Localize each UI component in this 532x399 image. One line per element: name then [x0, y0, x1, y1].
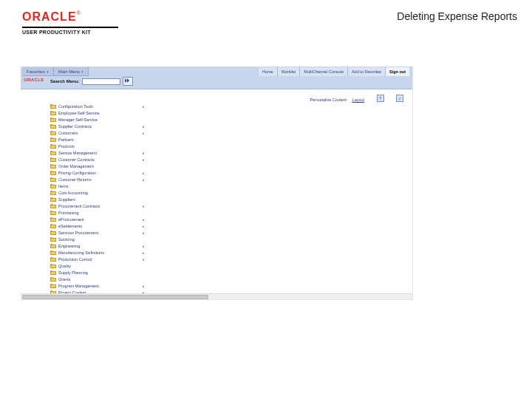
nav-tab-main-menu[interactable]: Main Menu▾ [54, 67, 89, 76]
scrollbar-thumb[interactable] [22, 295, 208, 299]
app-oracle-brand: ORACLE [24, 78, 44, 82]
folder-icon [50, 244, 56, 248]
nav-tab-favorites[interactable]: Favorites▾ [22, 67, 54, 76]
menu-item-label: Pricing Configuration [58, 171, 96, 175]
folder-icon [50, 151, 56, 155]
expand-icon: ▸ [143, 171, 145, 175]
folder-icon [50, 117, 56, 122]
menu-item[interactable]: Program Management▸ [50, 282, 146, 289]
expand-icon: ▸ [143, 151, 145, 155]
search-go-button[interactable] [123, 77, 133, 86]
menu-item[interactable]: Procurement Contracts▸ [50, 202, 146, 209]
menu-item[interactable]: Engineering▸ [50, 242, 146, 249]
menu-item[interactable]: eSettlements▸ [50, 222, 146, 229]
folder-icon [50, 191, 56, 195]
global-links: HomeWorklistMultiChannel ConsoleAdd to F… [259, 67, 409, 76]
menu-item[interactable]: Cost Accounting [50, 189, 146, 196]
global-link-worklist[interactable]: Worklist [277, 67, 299, 76]
menu-item[interactable]: Configuration Tools▸ [50, 103, 146, 109]
menu-item-label: eProcurement [58, 217, 84, 222]
folder-icon [50, 111, 56, 115]
page-title: Deleting Expense Reports [397, 10, 517, 22]
folder-icon [50, 171, 56, 175]
folder-icon [50, 211, 56, 215]
menu-item[interactable]: Quality [50, 262, 146, 269]
menu-item-label: Grants [58, 277, 71, 282]
global-link-fav[interactable]: Add to Favorites [347, 67, 385, 76]
menu-item[interactable]: Supply Planning [50, 269, 146, 276]
menu-item[interactable]: Items [50, 183, 146, 189]
menu-item-label: Configuration Tools [58, 104, 93, 109]
menu-item-label: Employee Self-Service [58, 111, 100, 115]
menu-item-label: eSettlements [58, 224, 82, 228]
logo-rule [22, 27, 118, 28]
menu-item[interactable]: Customer Returns▸ [50, 176, 146, 183]
logo-text: ORACLE [22, 10, 77, 23]
menu-item-label: Service Management [58, 151, 97, 155]
personalize-layout-link[interactable]: Layout [352, 98, 365, 102]
search-input[interactable] [82, 78, 120, 85]
logo-subtitle: USER PRODUCTIVITY KIT [22, 30, 118, 35]
folder-icon [50, 144, 56, 149]
menu-item-label: Manager Self-Service [58, 117, 98, 122]
folder-icon [50, 237, 56, 242]
folder-icon [50, 124, 56, 129]
menu-item[interactable]: Supplier Contracts▸ [50, 123, 146, 129]
expand-icon: ▸ [143, 204, 145, 208]
menu-item-label: Production Control [58, 257, 92, 262]
global-link-signout[interactable]: Sign out [385, 67, 409, 76]
search-row: Search Menu: [50, 77, 133, 86]
menu-item-label: Products [58, 144, 75, 149]
menu-item-label: Order Management [58, 164, 94, 168]
main-menu-tree: Configuration Tools▸Employee Self-Servic… [50, 103, 146, 296]
expand-icon: ▸ [143, 104, 145, 109]
menu-item[interactable]: Products [50, 143, 146, 149]
menu-item[interactable]: Order Management [50, 163, 146, 169]
menu-item-label: Supply Planning [58, 270, 88, 275]
chevron-down-icon: ▾ [47, 69, 49, 74]
folder-icon [50, 257, 56, 262]
menu-item[interactable]: Customer Contracts▸ [50, 156, 146, 163]
global-link-mcc[interactable]: MultiChannel Console [299, 67, 347, 76]
folder-icon [50, 217, 56, 222]
folder-icon [50, 277, 56, 282]
menu-item[interactable]: Production Control▸ [50, 256, 146, 262]
menu-item[interactable]: eProcurement▸ [50, 216, 146, 222]
expand-icon: ▸ [143, 177, 145, 182]
expand-icon: ▸ [143, 131, 145, 135]
menu-item[interactable]: Grants [50, 276, 146, 282]
global-link-home[interactable]: Home [259, 67, 277, 76]
personalize-row: Personalize Content Layout ? ⤢ [21, 91, 412, 100]
menu-item-label: Procurement Contracts [58, 204, 100, 208]
expand-icon: ▸ [143, 257, 145, 262]
chevron-down-icon: ▾ [81, 69, 83, 74]
menu-item-label: Items [58, 184, 68, 188]
menu-item[interactable]: Suppliers [50, 196, 146, 202]
menu-item-label: Services Procurement [58, 231, 98, 235]
menu-item[interactable]: Services Procurement▸ [50, 229, 146, 236]
app-top-bar: Favorites▾Main Menu▾ HomeWorklistMultiCh… [21, 66, 412, 89]
search-label: Search Menu: [50, 79, 79, 83]
menu-item[interactable]: Customers▸ [50, 129, 146, 136]
menu-item[interactable]: Employee Self-Service [50, 109, 146, 116]
personalize-help-button[interactable]: ? [377, 95, 384, 102]
horizontal-scrollbar[interactable] [21, 293, 412, 299]
menu-item[interactable]: Pricing Configuration▸ [50, 169, 146, 176]
expand-icon: ▸ [143, 284, 145, 288]
page-header: ORACLE® USER PRODUCTIVITY KIT Deleting E… [22, 10, 525, 43]
menu-item[interactable]: Sourcing [50, 236, 146, 242]
expand-icon: ▸ [143, 250, 145, 255]
menu-item[interactable]: Partners [50, 136, 146, 143]
menu-item-label: Partners [58, 137, 74, 142]
menu-item-label: Sourcing [58, 237, 75, 242]
nav-tabstrip: Favorites▾Main Menu▾ [22, 67, 89, 76]
menu-item[interactable]: Purchasing [50, 209, 146, 216]
menu-item-label: Manufacturing Definitions [58, 250, 104, 255]
menu-item[interactable]: Service Management▸ [50, 149, 146, 156]
menu-item[interactable]: Manufacturing Definitions▸ [50, 249, 146, 256]
menu-item[interactable]: Manager Self-Service [50, 116, 146, 123]
folder-icon [50, 184, 56, 188]
personalize-http-button[interactable]: ⤢ [396, 95, 403, 102]
oracle-upk-logo: ORACLE® USER PRODUCTIVITY KIT [22, 10, 118, 35]
menu-item-label: Suppliers [58, 197, 75, 202]
